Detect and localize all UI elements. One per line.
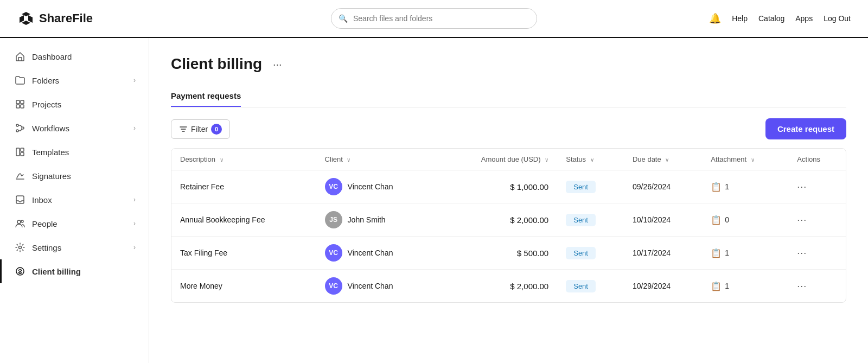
sidebar-item-folders[interactable]: Folders › xyxy=(0,68,149,92)
create-request-button[interactable]: Create request xyxy=(765,118,846,139)
table-row: Tax Filing Fee VC Vincent Chan $ 500.00 … xyxy=(171,237,846,270)
cell-attachment: 📋 1 xyxy=(702,270,788,303)
sidebar-item-workflows[interactable]: Workflows › xyxy=(0,116,149,140)
table-header-row: Description ∨ Client ∨ Amount due (USD) … xyxy=(171,149,846,170)
svg-point-4 xyxy=(16,124,18,126)
filter-count-badge: 0 xyxy=(211,124,222,135)
col-header-attachment[interactable]: Attachment ∨ xyxy=(702,149,788,170)
attachment-count: 1 xyxy=(725,249,729,257)
svg-rect-3 xyxy=(21,105,24,108)
more-options-button[interactable]: ··· xyxy=(269,56,286,73)
cell-due-date: 10/29/2024 xyxy=(624,270,702,303)
cell-status: Sent xyxy=(557,203,624,237)
logo[interactable]: ShareFile xyxy=(17,10,93,27)
avatar: VC xyxy=(325,178,342,195)
cell-description: Annual Bookkeeping Fee xyxy=(171,203,316,237)
search-input[interactable] xyxy=(331,8,537,29)
client-name: Vincent Chan xyxy=(348,182,393,191)
row-actions-button[interactable]: ··· xyxy=(797,247,807,259)
cell-client: VC Vincent Chan xyxy=(316,170,437,203)
page-title: Client billing xyxy=(171,55,262,73)
sort-icon: ∨ xyxy=(545,157,548,163)
sort-icon: ∨ xyxy=(347,157,350,163)
cell-status: Sent xyxy=(557,170,624,203)
svg-point-13 xyxy=(19,246,22,249)
col-header-amount[interactable]: Amount due (USD) ∨ xyxy=(437,149,557,170)
cell-status: Sent xyxy=(557,270,624,303)
projects-icon xyxy=(15,99,25,110)
sidebar-item-dashboard[interactable]: Dashboard xyxy=(0,44,149,68)
workflows-icon xyxy=(15,123,25,133)
cell-amount: $ 2,000.00 xyxy=(437,270,557,303)
status-badge: Sent xyxy=(566,280,596,292)
sidebar-item-inbox[interactable]: Inbox › xyxy=(0,188,149,212)
chevron-right-icon: › xyxy=(133,196,136,203)
svg-rect-1 xyxy=(21,100,24,104)
cell-attachment: 📋 0 xyxy=(702,203,788,237)
sort-icon: ∨ xyxy=(665,157,669,163)
attachment-count: 0 xyxy=(725,215,729,224)
table-row: Retainer Fee VC Vincent Chan $ 1,000.00 … xyxy=(171,170,846,203)
sidebar-item-client-billing[interactable]: Client billing xyxy=(0,259,149,283)
table-row: Annual Bookkeeping Fee JS John Smith $ 2… xyxy=(171,203,846,237)
cell-actions: ··· xyxy=(788,170,846,203)
col-header-status[interactable]: Status ∨ xyxy=(557,149,624,170)
sort-icon: ∨ xyxy=(751,157,755,163)
cell-attachment: 📋 1 xyxy=(702,170,788,203)
sidebar-label-client-billing: Client billing xyxy=(32,267,81,276)
catalog-link[interactable]: Catalog xyxy=(758,14,784,23)
apps-link[interactable]: Apps xyxy=(795,14,813,23)
chevron-right-icon: › xyxy=(133,220,136,227)
cell-description: Retainer Fee xyxy=(171,170,316,203)
sort-icon: ∨ xyxy=(590,157,594,163)
logout-link[interactable]: Log Out xyxy=(824,14,851,23)
chevron-right-icon: › xyxy=(133,244,136,251)
sidebar-label-workflows: Workflows xyxy=(32,124,69,133)
avatar: JS xyxy=(325,211,342,228)
row-actions-button[interactable]: ··· xyxy=(797,281,807,292)
sidebar: Dashboard Folders › Projects xyxy=(0,38,149,363)
col-header-client[interactable]: Client ∨ xyxy=(316,149,437,170)
help-link[interactable]: Help xyxy=(732,14,748,23)
sidebar-label-dashboard: Dashboard xyxy=(32,52,72,61)
cell-due-date: 10/17/2024 xyxy=(624,237,702,270)
cell-client: VC Vincent Chan xyxy=(316,270,437,303)
svg-rect-10 xyxy=(16,196,24,203)
status-badge: Sent xyxy=(566,181,596,193)
filter-button[interactable]: Filter 0 xyxy=(171,119,230,139)
home-icon xyxy=(15,51,25,62)
tab-payment-requests[interactable]: Payment requests xyxy=(171,86,241,107)
row-actions-button[interactable]: ··· xyxy=(797,214,807,226)
billing-icon xyxy=(15,266,25,277)
cell-amount: $ 2,000.00 xyxy=(437,203,557,237)
cell-attachment: 📋 1 xyxy=(702,237,788,270)
avatar: VC xyxy=(325,277,342,295)
toolbar: Filter 0 Create request xyxy=(171,118,846,139)
cell-client: VC Vincent Chan xyxy=(316,237,437,270)
sidebar-item-signatures[interactable]: Signatures xyxy=(0,164,149,188)
sidebar-item-people[interactable]: People › xyxy=(0,212,149,235)
cell-client: JS John Smith xyxy=(316,203,437,237)
col-header-due-date[interactable]: Due date ∨ xyxy=(624,149,702,170)
attachment-icon: 📋 xyxy=(711,215,722,225)
col-header-actions: Actions xyxy=(788,149,846,170)
client-name: John Smith xyxy=(348,215,386,224)
sidebar-item-templates[interactable]: Templates xyxy=(0,140,149,164)
notification-icon[interactable]: 🔔 xyxy=(709,12,721,24)
avatar: VC xyxy=(325,244,342,262)
sidebar-item-projects[interactable]: Projects xyxy=(0,92,149,116)
sort-icon: ∨ xyxy=(220,157,224,163)
folder-icon xyxy=(15,75,25,86)
inbox-icon xyxy=(15,194,25,205)
search-icon: 🔍 xyxy=(339,14,348,23)
svg-point-12 xyxy=(21,220,23,222)
row-actions-button[interactable]: ··· xyxy=(797,181,807,193)
cell-actions: ··· xyxy=(788,237,846,270)
svg-point-5 xyxy=(22,127,24,129)
search-wrapper: 🔍 xyxy=(331,8,537,29)
sidebar-item-settings[interactable]: Settings › xyxy=(0,235,149,259)
chevron-right-icon: › xyxy=(133,124,136,132)
svg-rect-8 xyxy=(21,148,24,151)
col-header-description[interactable]: Description ∨ xyxy=(171,149,316,170)
status-badge: Sent xyxy=(566,247,596,259)
